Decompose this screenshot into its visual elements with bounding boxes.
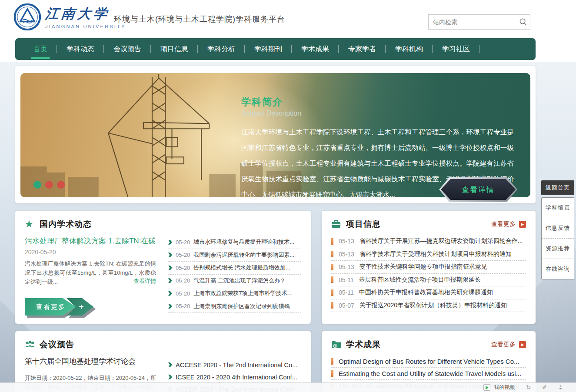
orange-bar-bullet — [331, 251, 333, 257]
view-detail-button[interactable]: 查看详情 — [439, 177, 517, 202]
red-arrow-icon: ▶ — [519, 341, 526, 348]
chevron-bullet-icon — [168, 240, 172, 245]
nav-item[interactable]: 学科动态 — [57, 38, 104, 60]
nav-item-label: 会议预告 — [113, 45, 141, 54]
news-list-item[interactable]: 05-20 城市水环境修复与品质提升理论和技术... — [168, 236, 301, 249]
panel-conf-title: 会议预告 — [40, 339, 74, 350]
quick-menu-item[interactable]: 资源推荐 — [542, 238, 574, 259]
project-item-title: 省科技厅关于开展江苏—捷克双边研发资助计划第四轮合作... — [360, 237, 523, 245]
carousel-dot-2[interactable] — [45, 181, 53, 189]
carousel-dot-1[interactable] — [33, 181, 41, 189]
nav-item-label: 学科分析 — [207, 45, 235, 54]
site-header: 江南大学 JIANGNAN UNIVERSITY 环境与土木(环境与土木工程学院… — [0, 0, 576, 36]
nav-item-label: 学科动态 — [67, 45, 94, 54]
project-list-item[interactable]: 05-13 省科学技术厅关于受理相关科技计划项目申报材料的通知 — [331, 248, 526, 261]
video-taskbar-overlay: 我的视频 ↻ ✐ ⇣ — [0, 382, 576, 392]
news-list-item[interactable]: 05-20 上海市政总院荣获7项上海市科学技术... — [168, 287, 301, 300]
quick-menu-item[interactable]: 学科馆员 — [542, 198, 574, 218]
panel-domestic-title: 国内学术动态 — [40, 219, 92, 230]
news-item-date: 05-20 — [176, 290, 190, 297]
chevron-bullet-icon — [168, 266, 172, 270]
folder-icon — [331, 340, 342, 349]
play-icon — [483, 384, 490, 391]
quick-menu-box: 学科馆员 信息反馈 资源推荐 在线咨询 — [541, 197, 574, 279]
site-search — [428, 14, 530, 30]
featured-article-date: 2020-05-20 — [25, 249, 156, 256]
chevron-bullet-icon — [168, 278, 172, 283]
news-list-item[interactable]: 05-20 我国剩余污泥厌氧转化的主要影响因素... — [168, 249, 301, 262]
main-navigation: 首页 学科动态 会议预告 项目信息 学科分析 学科期刊 学术成果 专家学者 学科… — [15, 38, 536, 60]
featured-article-title[interactable]: 污水处理厂整体解决方案 1.去除TN:在碳... — [25, 236, 156, 246]
project-item-title: 基层科普区域性交流活动子项目申报期限延长 — [359, 276, 481, 284]
banner-title: 学科简介 — [241, 96, 283, 109]
news-item-date: 05-20 — [176, 239, 190, 246]
nav-item[interactable]: 学科期刊 — [245, 38, 292, 60]
news-list-item[interactable]: 05-20 告别规模式增长 污水处理提质增效加... — [168, 262, 301, 275]
conference-list-item[interactable]: ACCESE 2020 - The 2nd International Co..… — [168, 359, 301, 371]
news-list-item[interactable]: 05-20 上海崇明东滩保护区首次记录到硫磺鹀 — [168, 300, 301, 313]
project-list: 05-13 省科技厅关于开展江苏—捷克双边研发资助计划第四轮合作... 05-1… — [331, 235, 526, 312]
nav-item[interactable]: 学科机构 — [386, 38, 433, 60]
quick-menu-item[interactable]: 信息反馈 — [542, 218, 574, 238]
achievement-list-item[interactable]: Estimating the Cost and Utility of State… — [331, 368, 526, 380]
university-logo[interactable]: 江南大学 JIANGNAN UNIVERSITY — [14, 3, 126, 30]
projects-more-link[interactable]: 查看更多 ▶ — [491, 220, 526, 228]
orange-bar-bullet — [331, 264, 333, 270]
hero-carousel-card: 学科简介 Subject Description 江南大学环境与土木工程学院下设… — [15, 66, 536, 203]
project-item-title: 关于报送2020年省双创计划（科技类）申报材料的通知 — [360, 302, 507, 309]
achievement-list-item[interactable]: Optimal Design of Bus Routes for Differe… — [331, 355, 526, 368]
conference-item-title: ICSEE 2020 - 2020 4th International Conf… — [176, 374, 297, 381]
conference-list-item[interactable]: ICSEE 2020 - 2020 4th International Conf… — [168, 371, 301, 383]
back-to-home-button[interactable]: 返回首页 — [541, 180, 574, 195]
nav-item-label: 学科机构 — [395, 45, 423, 54]
nav-item-label: 学术成果 — [301, 45, 329, 54]
project-list-item[interactable]: 05-11 中国科协关于申报科普教育基地相关研究课题通知 — [331, 286, 526, 299]
people-group-icon — [25, 340, 35, 349]
project-item-date: 05-13 — [339, 263, 354, 270]
collapse-icon[interactable]: ⇣ — [558, 384, 563, 391]
achievement-item-title: Optimal Design of Bus Routes for Differe… — [339, 358, 519, 365]
news-item-title: 告别规模式增长 污水处理提质增效加... — [193, 264, 290, 272]
quick-menu-item[interactable]: 在线咨询 — [542, 259, 574, 279]
project-item-title: 中国科协关于申报科普教育基地相关研究课题通知 — [359, 289, 493, 296]
nav-item-label: 专家学者 — [348, 45, 376, 54]
my-video-label: 我的视频 — [494, 384, 515, 391]
news-item-date: 05-20 — [176, 277, 190, 284]
news-item-date: 05-20 — [176, 303, 190, 309]
achievements-more-link[interactable]: 查看更多 ▶ — [491, 341, 526, 349]
project-list-item[interactable]: 05-07 关于报送2020年省双创计划（科技类）申报材料的通知 — [331, 299, 526, 312]
search-input[interactable] — [429, 19, 516, 26]
nav-item[interactable]: 学习社区 — [433, 38, 479, 60]
project-item-date: 05-07 — [339, 302, 354, 309]
orange-bar-bullet — [331, 302, 333, 309]
red-arrow-icon: ▶ — [519, 221, 526, 228]
nav-item-label: 首页 — [33, 45, 47, 54]
chevron-bullet-icon — [168, 375, 172, 379]
news-list-item[interactable]: 05-20 气温升高 二沉池出现了浮泥怎么办？ — [168, 275, 301, 288]
my-video-widget[interactable]: 我的视频 — [483, 384, 515, 391]
domestic-news-list: 05-20 城市水环境修复与品质提升理论和技术... 05-20 我国剩余污泥厌… — [168, 236, 301, 313]
news-item-title: 上海崇明东滩保护区首次记录到硫磺鹀 — [193, 302, 290, 310]
project-list-item[interactable]: 05-13 省科技厅关于开展江苏—捷克双边研发资助计划第四轮合作... — [331, 235, 526, 248]
view-more-button[interactable]: 查看更多 + — [25, 298, 94, 316]
refresh-icon[interactable]: ↻ — [526, 384, 531, 391]
nav-item[interactable]: 学科分析 — [198, 38, 245, 60]
panel-achv-title: 学术成果 — [346, 339, 381, 350]
project-item-date: 05-11 — [339, 276, 354, 283]
nav-item[interactable]: 会议预告 — [104, 38, 151, 60]
search-icon[interactable] — [516, 18, 530, 26]
news-item-date: 05-20 — [176, 252, 190, 258]
nav-item[interactable]: 学术成果 — [292, 38, 339, 60]
university-seal-icon — [14, 3, 41, 30]
site-title: 环境与土木(环境与土木工程学院)学科服务平台 — [114, 14, 285, 24]
nav-item[interactable]: 项目信息 — [151, 38, 198, 60]
nav-list: 首页 学科动态 会议预告 项目信息 学科分析 学科期刊 学术成果 专家学者 学科… — [24, 38, 479, 60]
project-list-item[interactable]: 05-13 变革性技术关键科学问题专项申报指南征求意见 — [331, 261, 526, 274]
nav-item[interactable]: 首页 — [24, 38, 57, 60]
nav-item[interactable]: 专家学者 — [339, 38, 386, 60]
pin-icon[interactable]: ✐ — [542, 384, 547, 391]
chevron-bullet-icon — [168, 291, 172, 296]
project-list-item[interactable]: 05-11 基层科普区域性交流活动子项目申报期限延长 — [331, 274, 526, 287]
carousel-dot-3[interactable] — [57, 181, 65, 189]
conference-featured-title[interactable]: 第十六届全国地基处理学术讨论会 — [25, 356, 156, 366]
